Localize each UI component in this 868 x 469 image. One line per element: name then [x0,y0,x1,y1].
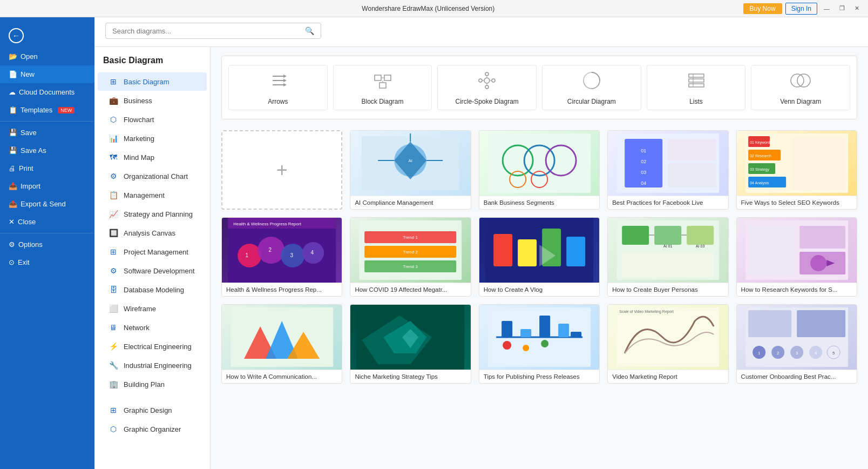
sidebar-item-print[interactable]: 🖨 Print [0,159,94,177]
category-row: Arrows Block Diagram [221,56,857,119]
category-lists[interactable]: Lists [647,65,746,110]
svg-rect-79 [566,237,585,266]
svg-rect-42 [668,163,716,187]
template-label-keywords: How to Research Keywords for S... [737,283,857,296]
template-thumb-buyer: AI 01 AI 03 [608,218,728,283]
template-card-compliance[interactable]: AI AI Compliance Management [350,130,471,210]
template-card-bank[interactable]: Bank Business Segments [479,130,600,210]
sub-sidebar-industrial[interactable]: 🔧 Industrial Engineering [98,356,207,374]
svg-text:5: 5 [832,351,835,356]
svg-rect-7 [384,75,391,81]
sub-sidebar-database[interactable]: 🗄 Database Modeling [98,280,207,299]
template-card-health[interactable]: Health & Wellness Progress Report 1 2 3 … [221,217,342,297]
venn-label: Venn Diagram [780,98,821,105]
sidebar-item-export[interactable]: 📤 Export & Send [0,195,94,213]
new-badge: NEW [58,107,74,113]
template-card-vlog[interactable]: How to Create A Vlog [479,217,600,297]
sub-sidebar-marketing[interactable]: 📊 Marketing [98,129,207,148]
svg-rect-76 [493,234,512,266]
template-label-onboarding: Customer Onboarding Best Prac... [737,370,857,383]
template-new-card[interactable]: + [221,130,342,210]
template-card-seo[interactable]: 01 Keywords 02 Research 03 Strategy 04 A… [736,130,857,210]
svg-rect-8 [379,83,386,88]
sidebar-item-save-as[interactable]: 💾 Save As [0,142,94,159]
svg-point-12 [485,72,489,76]
close-button[interactable]: ✕ [851,4,863,13]
category-circular[interactable]: Circular Diagram [542,65,641,110]
category-arrows[interactable]: Arrows [228,65,328,110]
category-circle-spoke[interactable]: Circle-Spoke Diagram [437,65,537,110]
sub-sidebar-analysis[interactable]: 🔲 Analysis Canvas [98,224,207,242]
sidebar-item-save[interactable]: 💾 Save [0,124,94,142]
search-bar-wrap: 🔍 [94,17,868,47]
svg-text:02: 02 [641,159,646,164]
svg-point-14 [479,79,482,82]
template-card-niche[interactable]: Niche Marketing Strategy Tips [350,304,471,384]
sub-sidebar-software[interactable]: ⚙ Software Development [98,262,207,280]
template-thumb-seo: 01 Keywords 02 Research 03 Strategy 04 A… [737,131,857,196]
sub-sidebar-building[interactable]: 🏢 Building Plan [98,375,207,393]
sub-sidebar-mind-map[interactable]: 🗺 Mind Map [98,148,207,166]
sidebar-item-open[interactable]: 📂 Open [0,48,94,65]
template-thumb-video: Scale of Video Marketing Report [608,305,728,370]
sub-sidebar-business[interactable]: 💼 Business [98,91,207,110]
svg-rect-107 [520,329,531,337]
template-card-press[interactable]: Tips for Publishing Press Releases [479,304,600,384]
sub-sidebar-project[interactable]: ⊞ Project Management [98,243,207,261]
template-card-video[interactable]: Scale of Video Marketing Report Video Ma… [607,304,728,384]
mind-map-icon: 🗺 [109,153,118,162]
sidebar-top: ← 📂 Open 📄 New ☁ Cloud Documents 📋 Templ… [0,17,94,276]
svg-marker-1 [283,75,287,78]
sub-sidebar-wireframe[interactable]: ⬜ Wireframe [98,299,207,318]
sub-sidebar-graphic-design[interactable]: ⊞ Graphic Design [98,401,207,419]
sub-sidebar-management[interactable]: 📋 Management [98,186,207,204]
svg-point-113 [541,340,548,347]
template-card-covid[interactable]: Trend 1 Trend 2 Trend 3 How COVID 19 Aff… [350,217,471,297]
svg-text:3: 3 [796,351,798,356]
template-thumb-compliance: AI [350,131,470,196]
sub-sidebar-network[interactable]: 🖥 Network [98,318,207,337]
template-card-comms[interactable]: How to Write A Communication... [221,304,342,384]
title-bar-actions: Buy Now Sign In — ❐ ✕ [743,3,863,15]
sub-sidebar-basic-diagram[interactable]: ⊞ Basic Diagram [98,72,207,91]
template-label-health: Health & Wellness Progress Rep... [222,283,342,296]
template-label-covid: How COVID 19 Affected Megatr... [350,283,470,296]
sidebar-item-templates[interactable]: 📋 Templates NEW [0,101,94,119]
sub-sidebar-org-chart[interactable]: ⚙ Organizational Chart [98,167,207,185]
electrical-icon: ⚡ [109,342,118,351]
strategy-icon: 📈 [109,210,118,218]
category-block-diagram[interactable]: Block Diagram [333,65,432,110]
sidebar-item-close[interactable]: ✕ Close [0,213,94,231]
svg-point-60 [238,244,261,267]
search-bar[interactable]: 🔍 [105,23,321,39]
svg-rect-109 [558,324,569,337]
sub-sidebar-graphic-organizer[interactable]: ⬡ Graphic Organizer [98,420,207,438]
template-card-buyer[interactable]: AI 01 AI 03 How to Create Buyer Personas [607,217,728,297]
sidebar-item-new[interactable]: 📄 New [0,65,94,83]
sub-sidebar-electrical[interactable]: ⚡ Electrical Engineering [98,337,207,356]
category-venn[interactable]: Venn Diagram [751,65,850,110]
new-icon: 📄 [9,70,17,78]
sidebar-item-import[interactable]: 📥 Import [0,177,94,195]
svg-rect-91 [748,226,794,274]
back-button[interactable]: ← [0,24,94,48]
template-card-onboarding[interactable]: 1 2 3 4 5 Customer Onboarding Best Prac.… [736,304,857,384]
templates-icon: 📋 [9,106,17,114]
template-grid: + AI [221,130,857,384]
app-body: ← 📂 Open 📄 New ☁ Cloud Documents 📋 Templ… [0,17,868,469]
template-label-comms: How to Write A Communication... [222,370,342,383]
sidebar-item-cloud[interactable]: ☁ Cloud Documents [0,83,94,101]
sign-in-button[interactable]: Sign In [785,3,817,15]
sub-sidebar-strategy[interactable]: 📈 Strategy and Planning [98,205,207,223]
template-card-keywords[interactable]: How to Research Keywords for S... [736,217,857,297]
sub-sidebar-flowchart[interactable]: ⬡ Flowchart [98,110,207,129]
search-input[interactable] [112,27,305,35]
minimize-button[interactable]: — [820,4,833,13]
sidebar-item-options[interactable]: ⚙ Options [0,236,94,253]
circular-icon [581,70,602,93]
buy-now-button[interactable]: Buy Now [743,3,782,14]
maximize-button[interactable]: ❐ [836,4,848,13]
sidebar-item-exit[interactable]: ⊙ Exit [0,253,94,271]
template-card-facebook[interactable]: 01 02 03 04 Best Practices for Facebook … [607,130,728,210]
sub-sidebar: Basic Diagram ⊞ Basic Diagram 💼 Business… [94,47,211,469]
